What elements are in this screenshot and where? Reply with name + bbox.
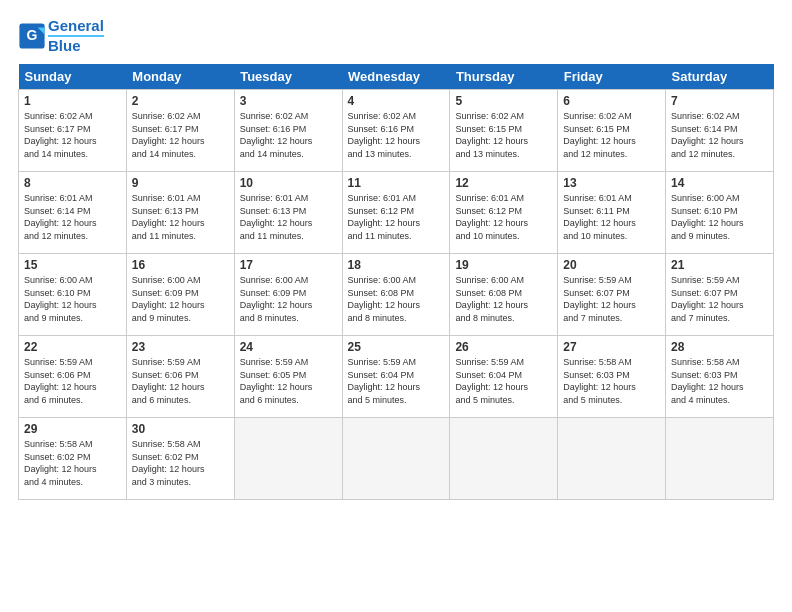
day-info: Sunrise: 6:02 AM Sunset: 6:17 PM Dayligh… — [24, 110, 121, 160]
calendar-cell: 13Sunrise: 6:01 AM Sunset: 6:11 PM Dayli… — [558, 172, 666, 254]
day-number: 29 — [24, 422, 121, 436]
day-info: Sunrise: 6:02 AM Sunset: 6:15 PM Dayligh… — [455, 110, 552, 160]
calendar-cell: 28Sunrise: 5:58 AM Sunset: 6:03 PM Dayli… — [666, 336, 774, 418]
day-info: Sunrise: 6:01 AM Sunset: 6:12 PM Dayligh… — [455, 192, 552, 242]
day-number: 6 — [563, 94, 660, 108]
day-number: 12 — [455, 176, 552, 190]
calendar-cell: 22Sunrise: 5:59 AM Sunset: 6:06 PM Dayli… — [19, 336, 127, 418]
day-number: 7 — [671, 94, 768, 108]
calendar-cell: 19Sunrise: 6:00 AM Sunset: 6:08 PM Dayli… — [450, 254, 558, 336]
week-row-1: 1Sunrise: 6:02 AM Sunset: 6:17 PM Daylig… — [19, 90, 774, 172]
week-row-3: 15Sunrise: 6:00 AM Sunset: 6:10 PM Dayli… — [19, 254, 774, 336]
calendar-cell: 7Sunrise: 6:02 AM Sunset: 6:14 PM Daylig… — [666, 90, 774, 172]
weekday-header-thursday: Thursday — [450, 64, 558, 90]
calendar-cell — [234, 418, 342, 500]
calendar-cell: 8Sunrise: 6:01 AM Sunset: 6:14 PM Daylig… — [19, 172, 127, 254]
weekday-header-monday: Monday — [126, 64, 234, 90]
calendar-cell: 4Sunrise: 6:02 AM Sunset: 6:16 PM Daylig… — [342, 90, 450, 172]
day-info: Sunrise: 6:00 AM Sunset: 6:08 PM Dayligh… — [455, 274, 552, 324]
day-number: 25 — [348, 340, 445, 354]
header: G General Blue — [18, 18, 774, 54]
day-number: 24 — [240, 340, 337, 354]
day-number: 18 — [348, 258, 445, 272]
day-number: 28 — [671, 340, 768, 354]
day-info: Sunrise: 6:01 AM Sunset: 6:13 PM Dayligh… — [240, 192, 337, 242]
day-number: 14 — [671, 176, 768, 190]
calendar-cell: 5Sunrise: 6:02 AM Sunset: 6:15 PM Daylig… — [450, 90, 558, 172]
calendar-cell: 15Sunrise: 6:00 AM Sunset: 6:10 PM Dayli… — [19, 254, 127, 336]
day-info: Sunrise: 6:02 AM Sunset: 6:16 PM Dayligh… — [240, 110, 337, 160]
calendar-cell: 18Sunrise: 6:00 AM Sunset: 6:08 PM Dayli… — [342, 254, 450, 336]
day-info: Sunrise: 6:02 AM Sunset: 6:14 PM Dayligh… — [671, 110, 768, 160]
logo-general: General — [48, 18, 104, 35]
day-number: 30 — [132, 422, 229, 436]
day-info: Sunrise: 6:00 AM Sunset: 6:10 PM Dayligh… — [671, 192, 768, 242]
day-info: Sunrise: 6:02 AM Sunset: 6:17 PM Dayligh… — [132, 110, 229, 160]
weekday-header-row: SundayMondayTuesdayWednesdayThursdayFrid… — [19, 64, 774, 90]
week-row-2: 8Sunrise: 6:01 AM Sunset: 6:14 PM Daylig… — [19, 172, 774, 254]
day-number: 4 — [348, 94, 445, 108]
day-number: 3 — [240, 94, 337, 108]
day-number: 19 — [455, 258, 552, 272]
calendar-page: G General Blue SundayMondayTuesdayWednes… — [0, 0, 792, 612]
day-info: Sunrise: 6:01 AM Sunset: 6:14 PM Dayligh… — [24, 192, 121, 242]
day-number: 26 — [455, 340, 552, 354]
calendar-cell: 24Sunrise: 5:59 AM Sunset: 6:05 PM Dayli… — [234, 336, 342, 418]
day-info: Sunrise: 5:59 AM Sunset: 6:04 PM Dayligh… — [455, 356, 552, 406]
day-info: Sunrise: 6:00 AM Sunset: 6:10 PM Dayligh… — [24, 274, 121, 324]
day-info: Sunrise: 5:59 AM Sunset: 6:07 PM Dayligh… — [671, 274, 768, 324]
day-info: Sunrise: 5:58 AM Sunset: 6:02 PM Dayligh… — [132, 438, 229, 488]
week-row-5: 29Sunrise: 5:58 AM Sunset: 6:02 PM Dayli… — [19, 418, 774, 500]
day-number: 21 — [671, 258, 768, 272]
day-number: 16 — [132, 258, 229, 272]
day-number: 15 — [24, 258, 121, 272]
day-number: 20 — [563, 258, 660, 272]
calendar-cell: 25Sunrise: 5:59 AM Sunset: 6:04 PM Dayli… — [342, 336, 450, 418]
calendar-cell: 6Sunrise: 6:02 AM Sunset: 6:15 PM Daylig… — [558, 90, 666, 172]
day-info: Sunrise: 5:59 AM Sunset: 6:04 PM Dayligh… — [348, 356, 445, 406]
calendar-cell: 2Sunrise: 6:02 AM Sunset: 6:17 PM Daylig… — [126, 90, 234, 172]
calendar-cell: 3Sunrise: 6:02 AM Sunset: 6:16 PM Daylig… — [234, 90, 342, 172]
day-info: Sunrise: 6:02 AM Sunset: 6:15 PM Dayligh… — [563, 110, 660, 160]
calendar-table: SundayMondayTuesdayWednesdayThursdayFrid… — [18, 64, 774, 500]
day-number: 27 — [563, 340, 660, 354]
day-info: Sunrise: 5:59 AM Sunset: 6:06 PM Dayligh… — [132, 356, 229, 406]
day-info: Sunrise: 6:02 AM Sunset: 6:16 PM Dayligh… — [348, 110, 445, 160]
day-number: 10 — [240, 176, 337, 190]
day-info: Sunrise: 6:01 AM Sunset: 6:11 PM Dayligh… — [563, 192, 660, 242]
day-number: 17 — [240, 258, 337, 272]
day-info: Sunrise: 6:00 AM Sunset: 6:08 PM Dayligh… — [348, 274, 445, 324]
calendar-cell: 23Sunrise: 5:59 AM Sunset: 6:06 PM Dayli… — [126, 336, 234, 418]
day-info: Sunrise: 5:58 AM Sunset: 6:03 PM Dayligh… — [563, 356, 660, 406]
day-number: 2 — [132, 94, 229, 108]
day-info: Sunrise: 5:59 AM Sunset: 6:06 PM Dayligh… — [24, 356, 121, 406]
day-number: 13 — [563, 176, 660, 190]
calendar-cell: 27Sunrise: 5:58 AM Sunset: 6:03 PM Dayli… — [558, 336, 666, 418]
calendar-cell: 30Sunrise: 5:58 AM Sunset: 6:02 PM Dayli… — [126, 418, 234, 500]
day-number: 8 — [24, 176, 121, 190]
calendar-cell: 14Sunrise: 6:00 AM Sunset: 6:10 PM Dayli… — [666, 172, 774, 254]
weekday-header-sunday: Sunday — [19, 64, 127, 90]
weekday-header-friday: Friday — [558, 64, 666, 90]
calendar-cell: 17Sunrise: 6:00 AM Sunset: 6:09 PM Dayli… — [234, 254, 342, 336]
calendar-cell: 9Sunrise: 6:01 AM Sunset: 6:13 PM Daylig… — [126, 172, 234, 254]
logo: G General Blue — [18, 18, 104, 54]
day-info: Sunrise: 6:01 AM Sunset: 6:12 PM Dayligh… — [348, 192, 445, 242]
calendar-cell: 29Sunrise: 5:58 AM Sunset: 6:02 PM Dayli… — [19, 418, 127, 500]
day-number: 23 — [132, 340, 229, 354]
day-info: Sunrise: 5:59 AM Sunset: 6:05 PM Dayligh… — [240, 356, 337, 406]
calendar-cell — [342, 418, 450, 500]
calendar-cell: 10Sunrise: 6:01 AM Sunset: 6:13 PM Dayli… — [234, 172, 342, 254]
day-info: Sunrise: 5:58 AM Sunset: 6:02 PM Dayligh… — [24, 438, 121, 488]
calendar-cell: 12Sunrise: 6:01 AM Sunset: 6:12 PM Dayli… — [450, 172, 558, 254]
logo-blue: Blue — [48, 35, 104, 55]
calendar-cell: 26Sunrise: 5:59 AM Sunset: 6:04 PM Dayli… — [450, 336, 558, 418]
calendar-cell — [450, 418, 558, 500]
day-number: 9 — [132, 176, 229, 190]
day-info: Sunrise: 5:59 AM Sunset: 6:07 PM Dayligh… — [563, 274, 660, 324]
weekday-header-wednesday: Wednesday — [342, 64, 450, 90]
logo-icon: G — [18, 22, 46, 50]
calendar-cell — [666, 418, 774, 500]
day-info: Sunrise: 6:01 AM Sunset: 6:13 PM Dayligh… — [132, 192, 229, 242]
calendar-cell: 1Sunrise: 6:02 AM Sunset: 6:17 PM Daylig… — [19, 90, 127, 172]
